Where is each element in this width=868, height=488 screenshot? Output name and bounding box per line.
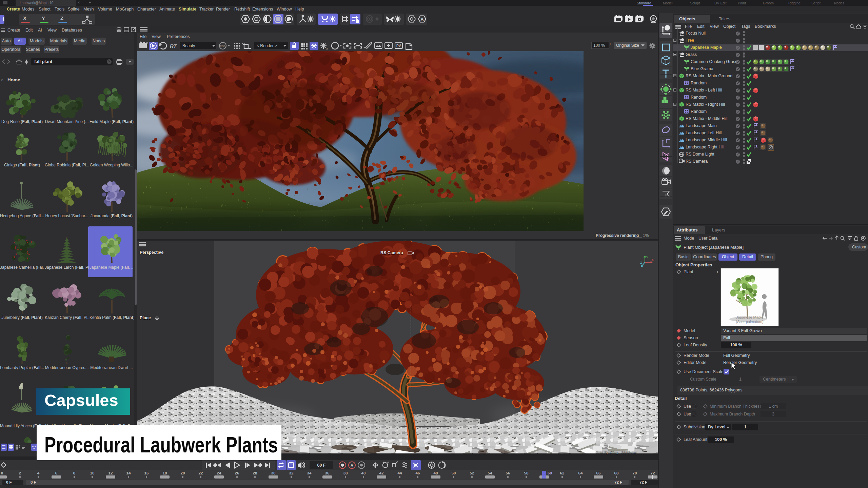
svg-text:60 F: 60 F [317,463,326,468]
svg-text:4: 4 [37,471,40,475]
svg-text:28: 28 [253,471,257,475]
svg-text:26: 26 [235,471,239,475]
svg-text:58: 58 [524,471,529,475]
svg-text:0: 0 [1,471,3,475]
svg-text:54: 54 [488,471,492,475]
svg-text:PV: PV [396,44,401,48]
svg-text:RT: RT [170,43,177,49]
svg-text:50: 50 [452,471,456,475]
svg-text:6: 6 [55,471,57,475]
svg-text:56: 56 [506,471,510,475]
svg-text:14: 14 [126,471,131,475]
svg-text:22: 22 [199,471,203,475]
svg-text:Beauty: Beauty [182,43,195,48]
svg-text:70: 70 [633,471,637,475]
svg-text:36: 36 [325,471,330,475]
svg-text:48: 48 [434,471,438,475]
svg-text:68: 68 [614,471,619,475]
svg-text:38: 38 [343,471,348,475]
svg-text:66: 66 [596,471,601,475]
svg-text:< Render >: < Render > [257,43,277,48]
svg-text:2: 2 [19,471,21,475]
svg-text:16: 16 [144,471,149,475]
svg-text:72: 72 [651,471,655,475]
svg-text:46: 46 [416,471,420,475]
svg-text:Z: Z [640,261,642,264]
svg-text:32: 32 [289,471,294,475]
svg-text:62: 62 [560,471,565,475]
svg-text:60: 60 [548,471,552,475]
svg-text:34: 34 [307,471,312,475]
svg-text:44: 44 [398,471,402,475]
svg-text:30: 30 [271,471,276,475]
svg-text:40: 40 [361,471,366,475]
svg-text:Y: Y [646,256,648,259]
svg-text:52: 52 [470,471,474,475]
svg-text:G: G [326,47,328,50]
svg-text:Japanese Maple: Japanese Maple [736,315,764,319]
svg-text:18: 18 [163,471,167,475]
svg-text:A: A [420,17,424,22]
svg-text:(Acer palmatum): (Acer palmatum) [736,320,763,324]
svg-text:8: 8 [73,471,76,475]
svg-text:10: 10 [90,471,95,475]
svg-text:20: 20 [181,471,185,475]
svg-text:RGB: RGB [220,45,225,48]
svg-text:A: A [351,463,353,467]
svg-text:64: 64 [578,471,583,475]
svg-text:42: 42 [379,471,384,475]
svg-text:12: 12 [108,471,113,475]
svg-text:X: X [652,258,654,262]
